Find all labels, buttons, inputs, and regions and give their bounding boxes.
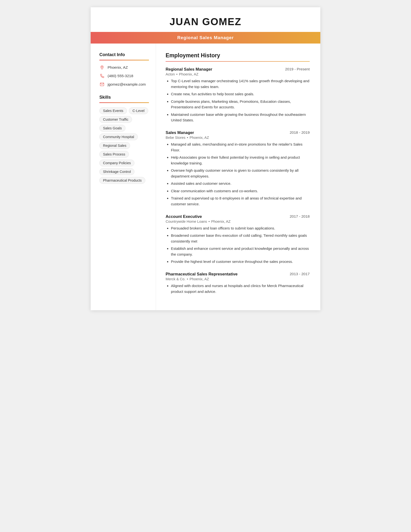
job-bullets: Managed all sales, merchandising and in-…	[166, 142, 310, 207]
skill-tag: Community Hospital	[99, 133, 138, 140]
skill-tag: Company Policies	[99, 160, 134, 166]
job-title: Sales Manager	[166, 130, 194, 135]
contact-phone: (480) 555-3218	[99, 73, 149, 79]
job-company: Merck & Co.•Phoenix, AZ	[166, 277, 310, 281]
job-bullet-item: Help Associates grow to their fullest po…	[171, 154, 310, 166]
contact-location-text: Phoenix, AZ	[108, 65, 128, 70]
candidate-title: Regional Sales Manager	[177, 35, 234, 40]
job-entry: Regional Sales Manager2019 - PresentActo…	[166, 67, 310, 123]
job-bullet-item: Trained and supervised up to 8 employees…	[171, 195, 310, 207]
job-company: Countrywide Home Loans•Phoenix, AZ	[166, 219, 310, 223]
job-company: Acton•Phoenix, AZ	[166, 72, 310, 76]
job-bullet-item: Clear communication with customers and c…	[171, 188, 310, 194]
contact-phone-text: (480) 555-3218	[108, 74, 133, 78]
job-bullet-item: Managed all sales, merchandising and in-…	[171, 142, 310, 153]
job-company: Bebe Stores•Phoenix, AZ	[166, 136, 310, 140]
skill-tag: C-Level	[129, 107, 148, 114]
skill-tag: Sales Process	[99, 151, 129, 158]
job-bullet-item: Create new, fun activities to help boost…	[171, 91, 310, 97]
resume-body: Contact Info Phoenix, AZ	[91, 44, 320, 310]
skill-tag: Sales Goals	[99, 125, 125, 132]
job-bullet-item: Top C-Level sales manager orchestrating …	[171, 78, 310, 89]
employment-divider	[166, 61, 310, 62]
job-bullet-item: Provide the highest level of customer se…	[171, 259, 310, 265]
job-title: Pharmaceutical Sales Representative	[166, 272, 238, 277]
job-title: Account Executive	[166, 214, 202, 219]
contact-location: Phoenix, AZ	[99, 65, 149, 70]
job-dates: 2017 - 2018	[290, 214, 310, 218]
contact-email: jgomez@example.com	[99, 82, 149, 87]
job-entry: Account Executive2017 - 2018Countrywide …	[166, 214, 310, 265]
sidebar: Contact Info Phoenix, AZ	[91, 44, 156, 310]
job-bullet-item: Persuaded brokers and loan officers to s…	[171, 225, 310, 231]
skill-tag: Customer Traffic	[99, 116, 132, 123]
skills-section-title: Skills	[99, 95, 149, 100]
jobs-container: Regional Sales Manager2019 - PresentActo…	[166, 67, 310, 294]
job-header: Sales Manager2018 - 2019	[166, 130, 310, 135]
location-icon	[99, 65, 105, 70]
job-title: Regional Sales Manager	[166, 67, 212, 72]
skill-tag: Shrinkage Control	[99, 168, 134, 175]
job-entry: Pharmaceutical Sales Representative2013 …	[166, 272, 310, 294]
skills-section: Skills Sales EventsC-LevelCustomer Traff…	[99, 95, 149, 184]
resume-header: JUAN GOMEZ Regional Sales Manager	[91, 7, 320, 44]
contact-email-text: jgomez@example.com	[108, 82, 146, 86]
job-header: Regional Sales Manager2019 - Present	[166, 67, 310, 72]
skill-tag: Pharmaceutical Products	[99, 177, 145, 184]
job-dates: 2018 - 2019	[290, 130, 310, 135]
job-bullets: Top C-Level sales manager orchestrating …	[166, 78, 310, 123]
job-bullet-item: Assisted sales and customer service.	[171, 181, 310, 186]
job-bullets: Aligned with doctors and nurses at hospi…	[166, 283, 310, 294]
job-bullet-item: Compile business plans, Marketing ideas,…	[171, 99, 310, 110]
job-dates: 2019 - Present	[285, 67, 310, 71]
job-header: Account Executive2017 - 2018	[166, 214, 310, 219]
job-dates: 2013 - 2017	[290, 272, 310, 276]
resume-container: JUAN GOMEZ Regional Sales Manager Contac…	[91, 7, 320, 310]
skills-divider	[99, 102, 149, 103]
job-bullets: Persuaded brokers and loan officers to s…	[166, 225, 310, 265]
job-bullet-item: Broadened customer base thru execution o…	[171, 233, 310, 244]
job-bullet-item: Maintained customer base while growing t…	[171, 112, 310, 123]
contact-section-title: Contact Info	[99, 52, 149, 57]
svg-point-0	[102, 66, 103, 67]
contact-divider	[99, 60, 149, 60]
phone-icon	[99, 73, 105, 79]
title-banner: Regional Sales Manager	[91, 32, 320, 44]
job-bullet-item: Aligned with doctors and nurses at hospi…	[171, 283, 310, 294]
email-icon	[99, 82, 105, 87]
employment-section-title: Employment History	[166, 52, 310, 59]
skill-tags-container: Sales EventsC-LevelCustomer TrafficSales…	[99, 107, 149, 184]
main-content: Employment History Regional Sales Manage…	[156, 44, 320, 310]
job-bullet-item: Oversee high quality customer service is…	[171, 168, 310, 179]
job-header: Pharmaceutical Sales Representative2013 …	[166, 272, 310, 277]
skill-tag: Regional Sales	[99, 142, 130, 149]
job-bullet-item: Establish and enhance current service an…	[171, 246, 310, 257]
candidate-name: JUAN GOMEZ	[91, 16, 320, 28]
skill-tag: Sales Events	[99, 107, 127, 114]
job-entry: Sales Manager2018 - 2019Bebe Stores•Phoe…	[166, 130, 310, 207]
